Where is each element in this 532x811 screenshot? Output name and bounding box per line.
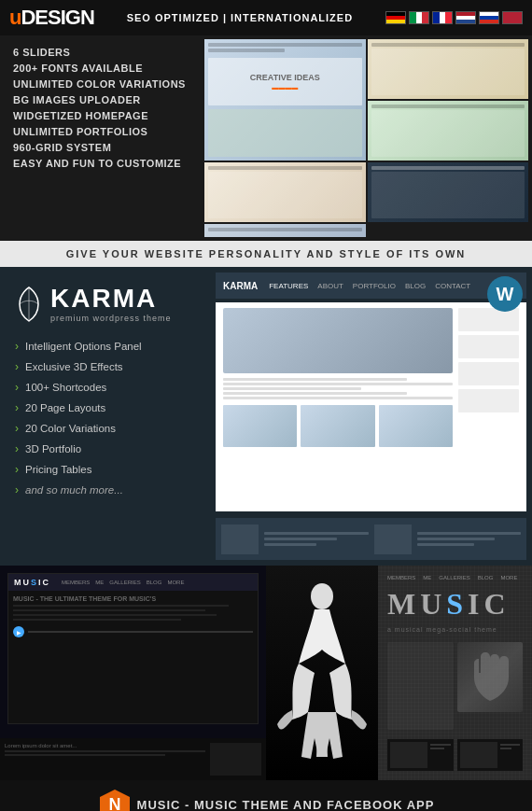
music-nav-left-3: GALLERIES xyxy=(109,580,140,585)
udesign-header: uDESIGN SEO OPTIMIZED | INTERNATIONALIZE… xyxy=(0,0,532,35)
screenshot-1: CREATIVE IDEAS▬▬▬▬ xyxy=(204,39,366,161)
karma-title: KARMA xyxy=(50,286,172,312)
music-nav-left-4: BLOG xyxy=(147,580,162,585)
text-line-2 xyxy=(223,383,453,385)
blog-lines-2 xyxy=(417,532,522,546)
blog-line-6 xyxy=(417,543,474,546)
flag-nl[interactable] xyxy=(455,11,476,24)
music-hand-image xyxy=(457,642,524,712)
sidebar-block-3 xyxy=(458,362,519,385)
music-line-2 xyxy=(13,609,205,611)
blog-line-4 xyxy=(417,532,522,535)
music-logo-left-small: MUSIC xyxy=(14,578,50,587)
karma-text-lines xyxy=(223,378,453,399)
karma-left-panel: KARMA premium wordpress theme › Intellig… xyxy=(0,267,210,566)
text-line-4 xyxy=(223,392,407,395)
screenshot-4 xyxy=(204,162,366,222)
udesign-logo: uDESIGN xyxy=(9,6,94,30)
arrow-icon-5: › xyxy=(15,422,19,435)
karma-subtitle: premium wordpress theme xyxy=(50,314,172,323)
music-right: MEMBERS ME GALLERIES BLOG MORE MUSIC a m… xyxy=(378,566,532,780)
flag-us[interactable] xyxy=(502,11,523,24)
karma-feature-3: › 100+ Shortcodes xyxy=(15,381,195,394)
karma-sidebar xyxy=(458,308,519,506)
music-dancer-panel xyxy=(266,566,378,780)
nav-about[interactable]: ABOUT xyxy=(317,282,343,290)
music-right-content-blocks xyxy=(387,642,523,730)
flag-it[interactable] xyxy=(409,11,429,24)
music-bottom-line-1 xyxy=(5,750,205,752)
udesign-section: uDESIGN SEO OPTIMIZED | INTERNATIONALIZE… xyxy=(0,0,532,267)
screenshot-2 xyxy=(368,39,529,99)
nav-portfolio[interactable]: PORTFOLIO xyxy=(353,282,396,290)
n-logo-svg: N xyxy=(98,788,132,811)
text-line-1 xyxy=(223,378,407,381)
karma-hero-image xyxy=(223,308,453,373)
karma-logo-area: KARMA premium wordpress theme xyxy=(15,286,195,323)
karma-section: KARMA premium wordpress theme › Intellig… xyxy=(0,267,532,566)
karma-nav-bar: KARMA FEATURES ABOUT PORTFOLIO BLOG CONT… xyxy=(216,273,526,299)
udesign-body: 6 SLIDERS 200+ FONTS AVAILABLE UNLIMITED… xyxy=(0,35,532,241)
video-lines-2 xyxy=(500,742,521,768)
nav-features[interactable]: FEATURES xyxy=(269,282,308,290)
video-line-3 xyxy=(500,744,521,746)
feature-4: BG IMAGES UPLOADER xyxy=(13,94,188,105)
karma-leaf-icon xyxy=(15,286,43,323)
sidebar-block-1 xyxy=(458,308,519,331)
sidebar-block-2 xyxy=(458,335,519,358)
screenshot-6 xyxy=(204,224,366,237)
hand-svg xyxy=(467,650,513,706)
screenshot-3 xyxy=(368,101,529,161)
music-bottom-img xyxy=(210,743,261,776)
music-bg-pattern: MEMBERS ME GALLERIES BLOG MORE MUSIC a m… xyxy=(378,566,532,780)
karma-content-area xyxy=(216,302,526,511)
music-top: MUSIC MEMBERS ME GALLERIES BLOG MORE MUS… xyxy=(0,566,532,780)
music-line-1 xyxy=(13,605,229,607)
blog-line-1 xyxy=(264,532,369,535)
karma-blog-row xyxy=(216,518,526,560)
karma-main-content xyxy=(223,308,453,506)
music-nav-left-2: ME xyxy=(95,580,104,585)
feature-3: UNLIMITED COLOR VARIATIONS xyxy=(13,78,188,90)
music-video-section xyxy=(387,739,523,771)
feature-6: UNLIMITED PORTFOLIOS xyxy=(13,126,188,137)
flag-fr[interactable] xyxy=(432,11,453,24)
music-bottom-line-2 xyxy=(5,754,165,756)
arrow-icon-6: › xyxy=(15,442,19,455)
music-bottom-bar: N MUSIC - MUSIC THEME AND FACEBOOK APP xyxy=(0,780,532,811)
feature-5: WIDGETIZED HOMEPAGE xyxy=(13,110,188,121)
udesign-screenshots: CREATIVE IDEAS▬▬▬▬ xyxy=(201,35,532,241)
blog-line-3 xyxy=(264,543,316,546)
music-progress xyxy=(28,631,253,633)
music-tagline-right: a musical mega-social theme xyxy=(387,626,523,633)
music-ultimate-title: MUSIC - THE ULTIMATE THEME FOR MUSIC'S xyxy=(13,595,253,602)
feature-8: EASY AND FUN TO CUSTOMIZE xyxy=(13,158,188,169)
nav-blog[interactable]: BLOG xyxy=(405,282,426,290)
nav-contact[interactable]: CONTACT xyxy=(435,282,470,290)
sidebar-block-4 xyxy=(458,389,519,412)
karma-feature-7: › Pricing Tables xyxy=(15,463,195,476)
feature-1: 6 SLIDERS xyxy=(13,47,188,58)
karma-nav-items: FEATURES ABOUT PORTFOLIO BLOG CONTACT xyxy=(269,282,470,290)
karma-feature-4: › 20 Page Layouts xyxy=(15,401,195,414)
karma-nav-logo: KARMA xyxy=(223,281,258,291)
flag-de[interactable] xyxy=(385,11,406,24)
udesign-features-list: 6 SLIDERS 200+ FONTS AVAILABLE UNLIMITED… xyxy=(0,35,201,241)
video-line-2 xyxy=(430,748,444,749)
music-video-block-1 xyxy=(387,739,454,771)
karma-features-list: › Intelligent Options Panel › Exclusive … xyxy=(15,340,195,496)
arrow-icon-1: › xyxy=(15,340,19,353)
flag-ru[interactable] xyxy=(479,11,499,24)
music-section: MUSIC MEMBERS ME GALLERIES BLOG MORE MUS… xyxy=(0,566,532,811)
music-n-badge: N xyxy=(98,788,132,811)
music-nav-left-1: MEMBERS xyxy=(62,580,90,585)
music-play-btn[interactable]: ▶ xyxy=(13,626,24,637)
svg-point-0 xyxy=(311,583,333,609)
music-title-big: MUSIC xyxy=(387,588,523,621)
svg-text:N: N xyxy=(108,795,120,811)
karma-feature-1: › Intelligent Options Panel xyxy=(15,340,195,353)
wordpress-logo: W xyxy=(487,276,523,312)
arrow-icon-3: › xyxy=(15,381,19,394)
udesign-tagline: GIVE YOUR WEBSITE PERSONALITY AND STYLE … xyxy=(0,241,532,267)
music-hand-area xyxy=(457,642,524,730)
